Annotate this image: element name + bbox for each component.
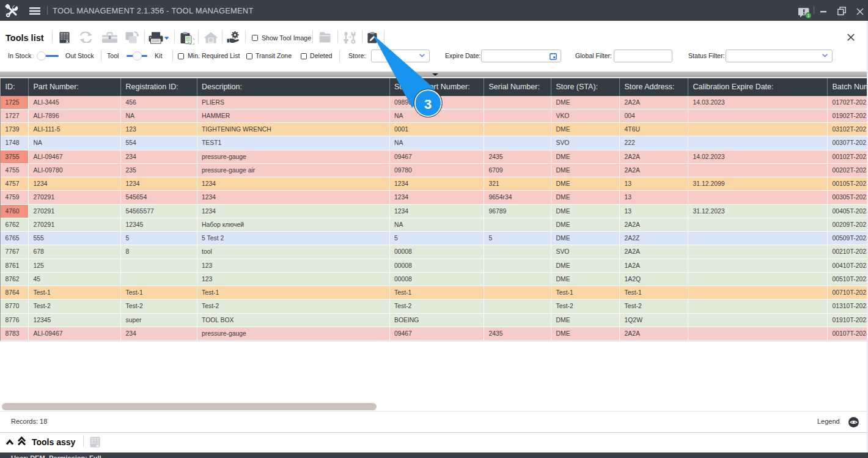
svg-text:x: x <box>97 445 98 448</box>
svg-text:1: 1 <box>807 13 810 18</box>
svg-text:3: 3 <box>424 97 432 112</box>
